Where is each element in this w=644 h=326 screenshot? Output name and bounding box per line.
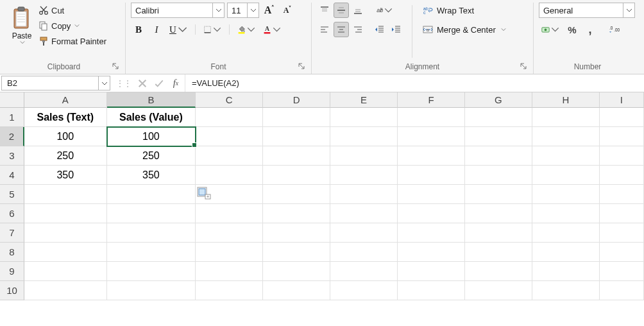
enter-formula-button[interactable] — [154, 78, 164, 89]
cell-E9[interactable] — [330, 262, 398, 281]
cell-I4[interactable] — [600, 166, 644, 185]
increase-font-button[interactable]: A˄ — [262, 3, 277, 18]
cell-F6[interactable] — [398, 204, 465, 223]
cell-D7[interactable] — [263, 223, 330, 243]
paste-options-button[interactable]: + — [197, 187, 211, 200]
cell-H10[interactable] — [532, 281, 600, 300]
cell-G5[interactable] — [465, 185, 532, 204]
cell-A4[interactable]: 350 — [24, 166, 107, 185]
cell-G7[interactable] — [465, 223, 532, 243]
cell-B7[interactable] — [107, 223, 196, 243]
cell-H3[interactable] — [532, 146, 600, 166]
align-middle-button[interactable] — [334, 3, 349, 18]
cell-F2[interactable] — [398, 127, 465, 146]
cell-A10[interactable] — [24, 281, 107, 300]
cell-G3[interactable] — [465, 146, 532, 166]
cell-F7[interactable] — [398, 223, 465, 243]
cell-A1[interactable]: Sales (Text) — [24, 108, 107, 127]
row-header-2[interactable]: 2 — [0, 127, 24, 146]
increase-indent-button[interactable] — [389, 22, 404, 37]
font-name-combo[interactable]: Calibri — [131, 3, 225, 18]
name-box-dropdown[interactable] — [98, 76, 110, 90]
cell-D8[interactable] — [263, 243, 330, 262]
cell-D5[interactable] — [263, 185, 330, 204]
cell-F10[interactable] — [398, 281, 465, 300]
cell-F5[interactable] — [398, 185, 465, 204]
row-header-3[interactable]: 3 — [0, 146, 24, 166]
align-bottom-button[interactable] — [350, 3, 366, 18]
cell-B3[interactable]: 250 — [107, 146, 196, 166]
align-center-button[interactable] — [334, 22, 349, 37]
formula-input[interactable]: =VALUE(A2) — [185, 74, 644, 92]
cell-C2[interactable] — [196, 127, 263, 146]
cell-B5[interactable] — [107, 185, 196, 204]
cell-E3[interactable] — [330, 146, 398, 166]
cell-C3[interactable] — [196, 146, 263, 166]
cell-I9[interactable] — [600, 262, 644, 281]
font-color-button[interactable]: A — [260, 22, 284, 37]
cell-C6[interactable] — [196, 204, 263, 223]
cell-E8[interactable] — [330, 243, 398, 262]
comma-button[interactable]: , — [582, 22, 598, 37]
cell-G4[interactable] — [465, 166, 532, 185]
cell-I5[interactable] — [600, 185, 644, 204]
cell-E4[interactable] — [330, 166, 398, 185]
increase-decimal-button[interactable]: .0.00 — [607, 22, 622, 37]
cell-E6[interactable] — [330, 204, 398, 223]
cut-button[interactable]: Cut — [38, 4, 106, 17]
cell-H1[interactable] — [532, 108, 600, 127]
cell-A6[interactable] — [24, 204, 107, 223]
cell-C4[interactable] — [196, 166, 263, 185]
cell-G2[interactable] — [465, 127, 532, 146]
cell-C10[interactable] — [196, 281, 263, 300]
cell-B4[interactable]: 350 — [107, 166, 196, 185]
cell-D4[interactable] — [263, 166, 330, 185]
cell-B2[interactable]: 100 — [107, 127, 196, 146]
align-left-button[interactable] — [317, 22, 332, 37]
cell-G8[interactable] — [465, 243, 532, 262]
row-header-7[interactable]: 7 — [0, 223, 24, 243]
italic-button[interactable]: I — [149, 22, 164, 37]
select-all-corner[interactable] — [0, 92, 24, 108]
row-header-5[interactable]: 5 — [0, 185, 24, 204]
cell-D9[interactable] — [263, 262, 330, 281]
fill-color-button[interactable] — [235, 22, 258, 37]
percent-button[interactable]: % — [564, 22, 580, 37]
column-header-E[interactable]: E — [330, 92, 398, 108]
cell-D10[interactable] — [263, 281, 330, 300]
column-header-B[interactable]: B — [107, 92, 196, 108]
format-painter-button[interactable]: Format Painter — [38, 35, 106, 47]
row-header-1[interactable]: 1 — [0, 108, 24, 127]
merge-center-button[interactable]: a Merge & Center — [420, 22, 509, 37]
font-dialog-launcher[interactable] — [297, 62, 306, 71]
cell-H6[interactable] — [532, 204, 600, 223]
cell-C5[interactable]: + — [196, 185, 263, 204]
cell-H2[interactable] — [532, 127, 600, 146]
cell-H4[interactable] — [532, 166, 600, 185]
cell-F8[interactable] — [398, 243, 465, 262]
column-header-D[interactable]: D — [263, 92, 330, 108]
cell-B8[interactable] — [107, 243, 196, 262]
cell-A3[interactable]: 250 — [24, 146, 107, 166]
copy-button[interactable]: Copy — [38, 19, 106, 32]
cell-I8[interactable] — [600, 243, 644, 262]
borders-button[interactable] — [201, 22, 224, 37]
cell-D2[interactable] — [263, 127, 330, 146]
cell-G6[interactable] — [465, 204, 532, 223]
bold-button[interactable]: B — [131, 22, 146, 37]
orientation-button[interactable]: ab — [372, 3, 395, 18]
cell-H5[interactable] — [532, 185, 600, 204]
cell-H8[interactable] — [532, 243, 600, 262]
cell-E7[interactable] — [330, 223, 398, 243]
alignment-dialog-launcher[interactable] — [519, 62, 528, 71]
column-header-A[interactable]: A — [24, 92, 107, 108]
cancel-formula-button[interactable] — [137, 78, 148, 89]
row-header-9[interactable]: 9 — [0, 262, 24, 281]
cell-A7[interactable] — [24, 223, 107, 243]
cell-D6[interactable] — [263, 204, 330, 223]
cell-F1[interactable] — [398, 108, 465, 127]
cell-B6[interactable] — [107, 204, 196, 223]
clipboard-dialog-launcher[interactable] — [111, 62, 120, 71]
cell-I2[interactable] — [600, 127, 644, 146]
cell-I10[interactable] — [600, 281, 644, 300]
